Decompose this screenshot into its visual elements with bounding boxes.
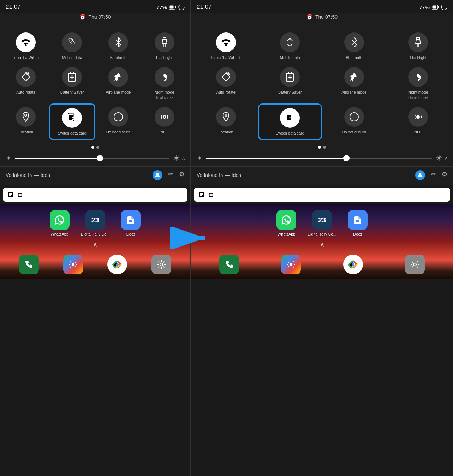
dock-chrome-left[interactable] xyxy=(107,255,127,274)
location-label-left: Location xyxy=(19,130,34,135)
brightness-slider-right[interactable] xyxy=(206,158,432,159)
airplane-icon-left xyxy=(108,67,128,87)
battery-icon-left xyxy=(169,5,176,10)
qs-bluetooth-left[interactable]: Bluetooth xyxy=(95,29,142,64)
switchdata-label-left: Switch data card xyxy=(58,131,86,136)
home-screen-right: WhatsApp 23 Digital Tally Co... xyxy=(191,204,453,279)
flashlight-icon-left xyxy=(155,32,174,52)
edit-icon-right[interactable]: ✏ xyxy=(431,170,436,180)
qs-mobile-left[interactable]: Mobile data xyxy=(49,29,95,64)
wifi-icon-left xyxy=(16,32,36,52)
svg-rect-19 xyxy=(164,115,165,118)
qs-flashlight-left[interactable]: Flashlight xyxy=(141,29,187,64)
battery-saver-icon-left xyxy=(62,67,82,87)
location-icon-left xyxy=(16,107,36,127)
bluetooth-label-right: Bluetooth xyxy=(346,55,362,60)
qs-battery-right[interactable]: Battery Saver xyxy=(258,64,322,103)
svg-point-52 xyxy=(290,263,292,266)
dnd-icon-right xyxy=(344,107,364,127)
brightness-fill-left xyxy=(15,158,100,159)
settings-icon-right[interactable]: ⚙ xyxy=(442,170,447,180)
dnd-icon-left xyxy=(108,107,128,127)
svg-rect-31 xyxy=(438,6,439,8)
qs-flashlight-right[interactable]: Flashlight xyxy=(386,29,451,64)
battery-left: 77% xyxy=(156,4,167,10)
qs-mobile-right[interactable]: Mobile data xyxy=(258,29,322,64)
nightmode-label-left: Night modeOn at sunset xyxy=(154,90,174,100)
whatsapp-item-left[interactable]: WhatsApp xyxy=(50,210,70,236)
dock-photos-right[interactable] xyxy=(281,255,301,274)
up-chevron-right[interactable]: ∧ xyxy=(191,239,453,250)
tally-item-left[interactable]: 23 Digital Tally Co... xyxy=(81,210,110,236)
qs-location-right[interactable]: Location xyxy=(194,103,258,140)
grid-search-icon-left: ⊞ xyxy=(18,191,22,198)
qs-nfc-left[interactable]: NFC xyxy=(141,103,187,140)
whatsapp-item-right[interactable]: WhatsApp xyxy=(276,210,296,236)
switchdata-icon-right: 2 xyxy=(280,108,300,128)
location-label-right: Location xyxy=(219,130,233,135)
time-right: 21:07 xyxy=(197,4,212,11)
dock-phone-left[interactable] xyxy=(19,255,39,274)
qs-wifi-right[interactable]: his isn't a WiFi, it xyxy=(194,29,258,64)
battery-icon-right xyxy=(432,5,439,10)
account-icons-right: ✏ ⚙ xyxy=(415,170,447,180)
qs-autorotate-left[interactable]: Auto-rotate xyxy=(3,64,49,103)
edit-icon-left[interactable]: ✏ xyxy=(168,170,173,180)
qs-dnd-right[interactable]: Do not disturb xyxy=(322,103,386,140)
brightness-auto-label-right: A xyxy=(445,156,447,160)
docs-item-left[interactable]: Docs xyxy=(121,210,141,236)
dock-settings-right[interactable] xyxy=(405,255,425,274)
qs-nightmode-left[interactable]: Night modeOn at sunset xyxy=(141,64,187,103)
dnd-label-right: Do not disturb xyxy=(342,130,366,135)
autorotate-label-left: Auto-rotate xyxy=(16,90,35,95)
dock-chrome-right[interactable] xyxy=(343,255,363,274)
search-bar-left[interactable]: 🖼 ⊞ xyxy=(3,188,187,202)
account-person-icon-right[interactable] xyxy=(415,170,425,180)
app-row-left: WhatsApp 23 Digital Tally Co... xyxy=(0,204,190,239)
dock-phone-right[interactable] xyxy=(219,255,239,274)
account-name-right: Vodafone IN — Idea xyxy=(197,172,415,178)
qs-airplane-right[interactable]: Airplane mode xyxy=(322,64,386,103)
account-person-icon-left[interactable] xyxy=(153,170,162,180)
qs-nightmode-right[interactable]: Night modeOn at sunset xyxy=(386,64,451,103)
nfc-label-left: NFC xyxy=(160,130,168,135)
image-search-icon-left: 🖼 xyxy=(8,192,13,198)
dot2-right xyxy=(323,146,326,149)
qs-nfc-right[interactable]: NFC xyxy=(386,103,451,140)
qs-wifi-left[interactable]: his isn't a WiFi, it xyxy=(3,29,49,64)
nightmode-icon-right xyxy=(408,67,428,87)
dock-settings-left[interactable] xyxy=(151,255,171,274)
qs-bluetooth-right[interactable]: Bluetooth xyxy=(322,29,386,64)
svg-rect-38 xyxy=(288,72,291,73)
dots-right xyxy=(191,143,453,151)
tally-item-right[interactable]: 23 Digital Tally Co... xyxy=(308,210,336,236)
brightness-auto-label-left: A xyxy=(182,156,185,160)
qs-battery-left[interactable]: Battery Saver xyxy=(49,64,95,103)
docs-label-right: Docs xyxy=(353,232,362,236)
image-search-icon-right: 🖼 xyxy=(199,192,204,198)
qs-switchdata-right[interactable]: 2 Switch data card xyxy=(258,103,322,140)
svg-rect-2 xyxy=(170,6,174,9)
brightness-low-icon-right: ☀ xyxy=(197,154,202,162)
dock-photos-left[interactable] xyxy=(63,255,83,274)
brightness-row-right: ☀ ☀ A xyxy=(191,151,453,166)
airplane-label-left: Airplane mode xyxy=(106,90,131,95)
docs-item-right[interactable]: Docs xyxy=(348,210,368,236)
qs-autorotate-right[interactable]: Auto-rotate xyxy=(194,64,258,103)
qs-airplane-left[interactable]: Airplane mode xyxy=(95,64,142,103)
autorotate-icon-left xyxy=(16,67,36,87)
search-bar-right[interactable]: 🖼 ⊞ xyxy=(194,188,450,202)
settings-icon-left[interactable]: ⚙ xyxy=(179,170,185,180)
nightmode-icon-left xyxy=(155,67,174,87)
qs-dnd-left[interactable]: Do not disturb xyxy=(95,103,142,140)
grid-search-icon-right: ⊞ xyxy=(209,191,213,198)
left-panel: 21:07 77% ⏰ Thu 07:50 xyxy=(0,0,191,476)
wifi-icon-right xyxy=(216,32,236,52)
svg-text:2: 2 xyxy=(289,117,291,120)
qs-switchdata-left[interactable]: 2 Switch data card xyxy=(49,103,95,140)
up-chevron-left[interactable]: ∧ xyxy=(0,239,190,250)
brightness-slider-left[interactable] xyxy=(15,158,169,159)
qs-location-left[interactable]: Location xyxy=(3,103,49,140)
autorotate-label-right: Auto-rotate xyxy=(216,90,236,95)
bluetooth-icon-right xyxy=(344,32,364,52)
